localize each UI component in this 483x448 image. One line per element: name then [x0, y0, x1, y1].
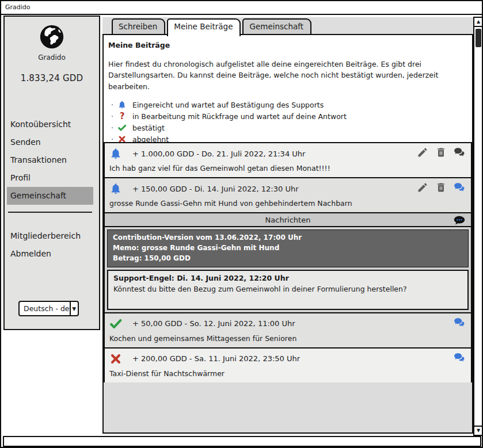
delete-icon[interactable] — [435, 182, 447, 196]
sidebar: Gradido 1.833,24 GDD Kontoübersicht Send… — [3, 16, 100, 330]
check-icon — [116, 122, 128, 133]
legend-text: Eingereicht und wartet auf Bestätigung d… — [132, 101, 324, 109]
globe-icon — [39, 41, 64, 52]
balance-amount: 1.833,24 GDD — [5, 73, 99, 83]
scrollbar-thumb[interactable] — [476, 29, 481, 47]
chevron-down-icon[interactable]: ▼ — [70, 302, 78, 315]
sidebar-item-kontouebersicht[interactable]: Kontoübersicht — [7, 116, 93, 133]
legend-item-bestaetigt: · bestätigt — [108, 122, 466, 133]
sidebar-item-transaktionen[interactable]: Transaktionen — [7, 151, 93, 169]
sidebar-item-mitgliederbereich[interactable]: Mitgliederbereich — [7, 227, 93, 245]
intro-text: Hier findest du chronologisch aufgeliste… — [108, 59, 461, 92]
version-line: Contribution-Version vom 13.06.2022, 17:… — [113, 232, 463, 243]
sidebar-item-senden[interactable]: Senden — [7, 133, 93, 151]
bell-icon — [109, 182, 123, 195]
support-author-line: Support-Engel: Di. 14. Juni 2022, 12:20 … — [113, 273, 462, 284]
cross-icon — [109, 353, 123, 365]
sidebar-item-abmelden[interactable]: Abmelden — [7, 245, 93, 263]
bullet: · — [108, 101, 116, 109]
support-text: Könntest du bitte den Bezug zum Gemeinwo… — [113, 284, 462, 295]
support-message: Support-Engel: Di. 14. Juni 2022, 12:20 … — [107, 270, 469, 310]
main-panel: Meine Beiträge Hier findest du chronolog… — [102, 34, 473, 434]
messages-panel: Contribution-Version vom 13.06.2022, 17:… — [104, 226, 472, 313]
horizontal-scrollbar[interactable] — [3, 436, 481, 447]
vertical-scrollbar[interactable]: ▲ ▼ — [473, 17, 483, 436]
chat-icon[interactable] — [454, 352, 465, 366]
language-select-value: Deutsch - de — [20, 302, 70, 315]
legend-item-eingereicht: · Eingereicht und wartet auf Bestätigung… — [108, 99, 466, 110]
content-filler — [104, 382, 472, 433]
messages-header-title: Nachrichten — [265, 216, 311, 224]
bell-icon — [109, 147, 123, 160]
contribution-row[interactable]: + 50,00 GDD - So. 12. Juni 2022, 11:00 U… — [104, 312, 472, 349]
logo: Gradido — [5, 24, 99, 62]
sidebar-menu: Kontoübersicht Senden Transaktionen Prof… — [7, 116, 93, 213]
contribution-amount-date: + 1.000,00 GDD - Do. 21. Juli 2022, 21:3… — [132, 150, 305, 158]
tab-strip: Schreiben Meine Beiträge Gemeinschaft — [102, 17, 473, 34]
intro-section: Meine Beiträge Hier findest du chronolog… — [104, 35, 472, 143]
contribution-memo: Kochen und gemeinsames Mittagessen für S… — [105, 332, 471, 347]
delete-icon[interactable] — [435, 147, 447, 160]
legend-item-rueckfrage: · ? in Bearbeitung mit Rückfrage und war… — [108, 110, 466, 122]
sidebar-item-gemeinschaft[interactable]: Gemeinschaft — [7, 187, 93, 205]
contribution-amount-date: + 150,00 GDD - Di. 14. Juni 2022, 12:30 … — [132, 185, 299, 193]
contribution-memo: Ich hab ganz viel für das Gemeinwohl get… — [105, 162, 471, 177]
app-window: Gradido Gradido 1.833,24 GDD Kontoübersi… — [0, 0, 483, 448]
legend-text: in Bearbeitung mit Rückfrage und wartet … — [132, 112, 347, 121]
chat-icon[interactable] — [454, 147, 465, 160]
contribution-row[interactable]: + 150,00 GDD - Di. 14. Juni 2022, 12:30 … — [104, 177, 472, 213]
edit-icon[interactable] — [417, 182, 428, 196]
contribution-row[interactable]: + 200,00 GDD - Sa. 11. Juni 2022, 23:50 … — [104, 347, 472, 384]
tab-gemeinschaft[interactable]: Gemeinschaft — [242, 18, 311, 34]
chat-icon[interactable] — [454, 317, 465, 331]
window-title: Gradido — [5, 3, 31, 11]
contribution-amount-date: + 200,00 GDD - Sa. 11. Juni 2022, 23:50 … — [132, 354, 300, 363]
version-memo: Memo: grosse Runde Gassi-Gehn mit Hund — [113, 243, 463, 253]
sidebar-divider — [8, 212, 92, 213]
page-title: Meine Beiträge — [108, 41, 466, 49]
logo-label: Gradido — [5, 53, 99, 62]
bell-icon — [116, 99, 128, 110]
version-amount: Betrag: 150,00 GDD — [113, 253, 463, 263]
scroll-down-icon[interactable]: ▼ — [474, 426, 482, 435]
tab-schreiben[interactable]: Schreiben — [112, 18, 165, 34]
chat-ellipsis-icon[interactable] — [452, 215, 466, 229]
contribution-amount-date: + 50,00 GDD - So. 12. Juni 2022, 11:00 U… — [132, 319, 295, 328]
messages-header: Nachrichten — [104, 212, 472, 227]
chat-icon[interactable] — [454, 182, 465, 196]
edit-icon[interactable] — [417, 147, 428, 160]
bullet: · — [108, 112, 116, 121]
check-icon — [109, 317, 123, 330]
sidebar-secondary-menu: Mitgliederbereich Abmelden — [7, 227, 93, 263]
question-icon: ? — [116, 111, 128, 121]
window-titlebar: Gradido — [1, 1, 482, 15]
status-legend: · Eingereicht und wartet auf Bestätigung… — [108, 99, 466, 145]
contribution-row[interactable]: + 1.000,00 GDD - Do. 21. Juli 2022, 21:3… — [104, 142, 472, 178]
contribution-memo: grosse Runde Gassi-Gehn mit Hund von geh… — [105, 197, 471, 212]
legend-text: bestätigt — [132, 124, 165, 132]
contribution-version-message: Contribution-Version vom 13.06.2022, 17:… — [107, 229, 469, 267]
contribution-memo: Taxi-Dienst für Nachtschwärmer — [105, 367, 471, 382]
bullet: · — [108, 124, 116, 132]
sidebar-item-profil[interactable]: Profil — [7, 169, 93, 187]
scroll-up-icon[interactable]: ▲ — [474, 18, 482, 27]
language-select[interactable]: Deutsch - de ▼ — [18, 301, 79, 316]
tab-meine-beitraege[interactable]: Meine Beiträge — [167, 18, 241, 36]
